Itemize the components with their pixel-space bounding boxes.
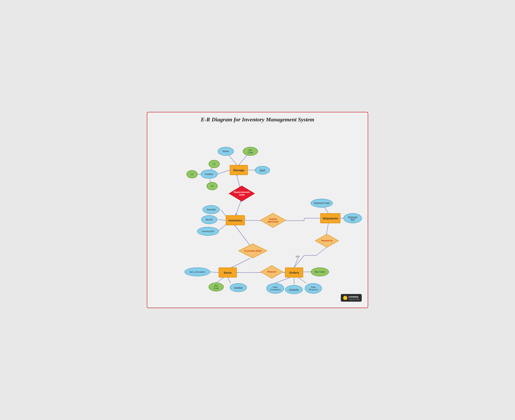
attribute-item-desc: Item_discription [184,268,210,276]
attribute-barcode3: Bar Code [311,268,329,276]
svg-line-33 [217,278,224,283]
relationship-supplied: Suplied (discount) [260,213,286,228]
attribute-barcode2: Bar Code [209,283,224,291]
svg-line-22 [316,247,326,255]
attribute-quantity: Quantity [203,205,220,214]
diagram-title: E-R Diagram for Inventory Management Sys… [151,116,364,123]
svg-line-21 [326,223,328,235]
attribute-l2: L2 [186,170,198,178]
svg-line-42 [298,278,306,283]
attribute-sno: Sno# [255,166,270,174]
entity-items: Items [219,268,237,278]
entity-storage: Storage [230,165,248,175]
svg-line-8 [236,201,241,215]
creately-logo-text: creately Diagramming [348,295,359,300]
attribute-orderno: OrederNo [285,285,303,294]
attribute-position: Position [200,170,218,179]
relationship-to-provide: To provide detail [238,243,267,258]
creately-logo: creately Diagramming [341,294,362,302]
relationship-replenishment: Replenishment (add) [229,186,255,202]
relationship-needed-by: Needed by [315,234,339,248]
text-label: text [296,255,300,258]
attribute-barcode1: Bar Code [243,147,258,156]
svg-line-29 [232,258,250,268]
attribute-itemid: ItemID [201,215,217,224]
svg-line-7 [237,175,240,187]
attribute-shipment-no: Shipment No# [343,213,362,223]
diagram-container: E-R Diagram for Inventory Management Sys… [147,112,368,308]
svg-line-3 [218,170,230,174]
entity-shipments: Shipments [320,213,340,223]
entity-inventory: Inventory [226,215,245,225]
attribute-l3: L3 [207,182,218,190]
svg-line-25 [294,257,298,268]
svg-line-32 [210,272,219,272]
attribute-l1: L1 [209,160,220,168]
relationship-request: Request [260,265,284,279]
attribute-date-required: Date Required [305,283,322,294]
attribute-inventoryid: InventoryID# [197,227,219,236]
svg-line-12 [218,220,226,220]
creately-bulb-icon [343,296,347,300]
attribute-date-completed: Date Completed [266,283,284,294]
svg-line-14 [245,220,261,221]
svg-line-26 [235,225,250,245]
diagram-area: Storage Inventory Items Orders Shipments… [151,127,364,304]
svg-line-34 [228,278,231,283]
attribute-name: Name [218,147,234,156]
entity-orders: Orders [285,268,303,278]
attribute-itemno: ItemNo# [230,283,247,292]
attribute-shipment-date: Shipment Date [311,199,333,208]
